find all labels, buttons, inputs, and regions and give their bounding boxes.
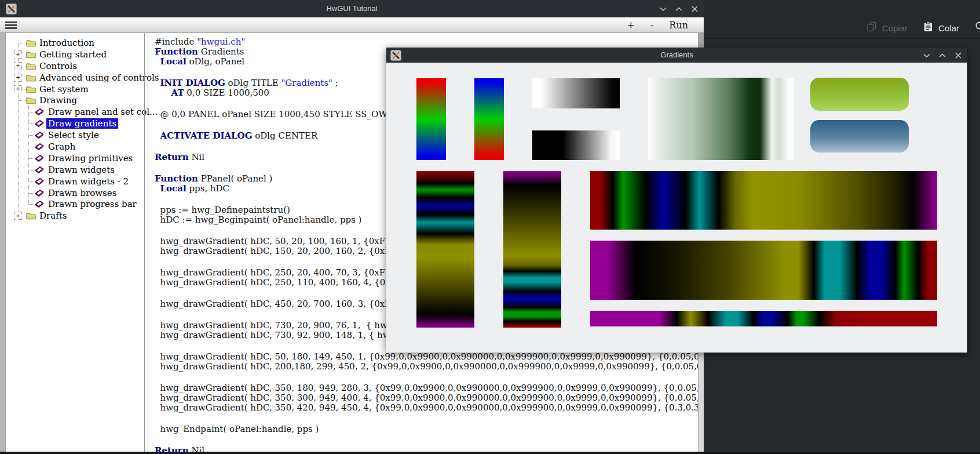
tree-item-drafts[interactable]: +Drafts: [6, 210, 148, 221]
tree-item-drawing[interactable]: Drawing: [6, 95, 148, 106]
background-app-toolbar: Copiar Colar: [866, 17, 980, 38]
run-button[interactable]: Run: [669, 20, 688, 31]
expand-icon[interactable]: +: [14, 85, 22, 93]
tree-item-label[interactable]: Advanced using of controls: [38, 72, 161, 83]
copy-label: Copiar: [882, 23, 908, 33]
copy-button[interactable]: Copiar: [866, 21, 908, 34]
tree-item-label[interactable]: Draw panel and set col...: [46, 107, 159, 117]
tree-panel: Introduction+Getting started+Controls+Ad…: [6, 33, 148, 452]
expand-icon[interactable]: +: [14, 74, 22, 82]
gradient-swatch-multi-h2: [590, 241, 937, 300]
tree-item-graph[interactable]: Graph: [6, 141, 148, 152]
gradients-window-title: Gradients: [386, 50, 967, 59]
close-icon[interactable]: [954, 51, 962, 59]
code-line: #include "hwgui.ch": [155, 37, 698, 47]
expand-icon[interactable]: +: [14, 62, 22, 70]
folder-icon: [26, 39, 36, 46]
gradient-swatch-rgb-vertical: [416, 78, 446, 160]
maximize-icon[interactable]: [938, 51, 946, 59]
gradient-swatch-round-blue: [810, 120, 909, 152]
maximize-icon[interactable]: [675, 5, 683, 13]
code-line: hwg_drawGradient( hDC, 350, 420, 949, 45…: [155, 403, 698, 413]
main-toolbar: + - Run: [0, 17, 704, 33]
tree-item-getting-started[interactable]: +Getting started: [6, 49, 148, 60]
code-blank-line: [155, 372, 698, 383]
gradients-titlebar[interactable]: Gradients: [386, 48, 967, 63]
book-icon: [35, 108, 44, 116]
close-icon[interactable]: [690, 5, 699, 13]
expand-icon[interactable]: +: [14, 50, 22, 59]
book-icon: [35, 154, 44, 162]
tree-item-label[interactable]: Controls: [38, 61, 79, 71]
minimize-icon[interactable]: [659, 5, 667, 13]
tree-item-draw-panel-and-set-col[interactable]: Draw panel and set col...: [6, 106, 148, 118]
main-titlebar[interactable]: HwGUI Tutorial: [0, 0, 704, 17]
tree-item-label[interactable]: Select style: [46, 130, 101, 140]
tree-item-label[interactable]: Drawn widgets: [46, 165, 116, 175]
folder-icon: [26, 50, 36, 58]
tree-item-drawn-browses[interactable]: Drawn browses: [6, 187, 148, 199]
paste-label: Colar: [938, 23, 959, 33]
tree-item-select-style[interactable]: Select style: [6, 129, 148, 141]
paste-icon: [923, 21, 933, 34]
gradients-window: Gradients: [386, 48, 967, 353]
search-button[interactable]: [975, 21, 980, 35]
screen: Copiar Colar: [0, 0, 980, 454]
tree-item-drawn-widgets[interactable]: Drawn widgets: [6, 164, 148, 176]
tree-item-drawn-widgets-2[interactable]: Drawn widgets - 2: [6, 176, 148, 187]
tree-item-draw-gradients[interactable]: Draw gradients: [6, 118, 148, 129]
minimize-icon[interactable]: [923, 51, 931, 59]
folder-icon: [26, 97, 36, 104]
tree-item-drawn-progress-bar[interactable]: Drawn progress bar: [6, 198, 148, 210]
search-icon: [975, 21, 980, 35]
tree-item-drawing-primitives[interactable]: Drawing primitives: [6, 152, 148, 164]
tree-item-get-system[interactable]: +Get system: [6, 83, 148, 95]
code-line: Return Nil: [155, 446, 698, 452]
zoom-out-button[interactable]: -: [650, 20, 653, 31]
tree-item-label[interactable]: Getting started: [38, 49, 108, 60]
gradient-swatch-multi-v2: [503, 171, 561, 328]
gradient-swatch-round-green: [810, 78, 909, 111]
tree-scrollbar[interactable]: [0, 33, 6, 452]
menu-icon[interactable]: [5, 21, 17, 23]
tree-item-label[interactable]: Drawn progress bar: [46, 199, 138, 209]
tree-item-label[interactable]: Draw gradients: [46, 118, 118, 129]
panel-splitter-line: [148, 33, 148, 452]
code-line: hwg_drawGradient( hDC, 350, 300, 949, 40…: [155, 393, 698, 403]
book-icon: [35, 143, 44, 150]
gradients-canvas: [386, 63, 967, 353]
book-icon: [35, 189, 44, 197]
tree-item-label[interactable]: Drafts: [38, 210, 68, 221]
gradient-swatch-multi-h3: [590, 311, 937, 326]
folder-icon: [26, 74, 36, 81]
tree: Introduction+Getting started+Controls+Ad…: [6, 37, 148, 221]
tree-item-introduction[interactable]: Introduction: [6, 37, 148, 49]
tree-item-label[interactable]: Graph: [46, 141, 77, 152]
gradient-swatch-white-black: [532, 78, 620, 108]
copy-icon: [866, 21, 877, 34]
code-line: hwg_drawGradient( hDC, 50, 180, 149, 450…: [155, 352, 698, 362]
zoom-in-button[interactable]: +: [627, 20, 635, 31]
background-app-toolbar-edge: [704, 38, 980, 39]
book-icon: [35, 120, 44, 128]
tree-item-label[interactable]: Drawn widgets - 2: [46, 176, 130, 187]
folder-icon: [26, 212, 36, 220]
code-blank-line: [155, 413, 698, 424]
gradient-swatch-black-white: [532, 130, 620, 160]
gradient-swatch-bgr-vertical: [474, 78, 504, 160]
tree-item-label[interactable]: Drawing primitives: [46, 153, 134, 164]
expand-icon[interactable]: +: [14, 212, 22, 220]
code-line: hwg_Endpaint( oPanel:handle, pps ): [155, 424, 698, 434]
paste-button[interactable]: Colar: [923, 21, 959, 34]
folder-icon: [26, 62, 36, 70]
tree-item-advanced-using-of-controls[interactable]: +Advanced using of controls: [6, 72, 148, 83]
tree-item-label[interactable]: Introduction: [38, 38, 96, 48]
tree-item-label[interactable]: Get system: [38, 84, 90, 95]
main-window-title: HwGUI Tutorial: [0, 4, 704, 13]
tree-item-label[interactable]: Drawing: [38, 95, 79, 106]
tree-item-label[interactable]: Drawn browses: [46, 188, 118, 198]
panel-splitter[interactable]: [144, 33, 145, 452]
gradient-swatch-multi-h1: [590, 171, 937, 230]
tree-item-controls[interactable]: +Controls: [6, 60, 148, 72]
gradient-swatch-multi-v1: [416, 171, 474, 328]
